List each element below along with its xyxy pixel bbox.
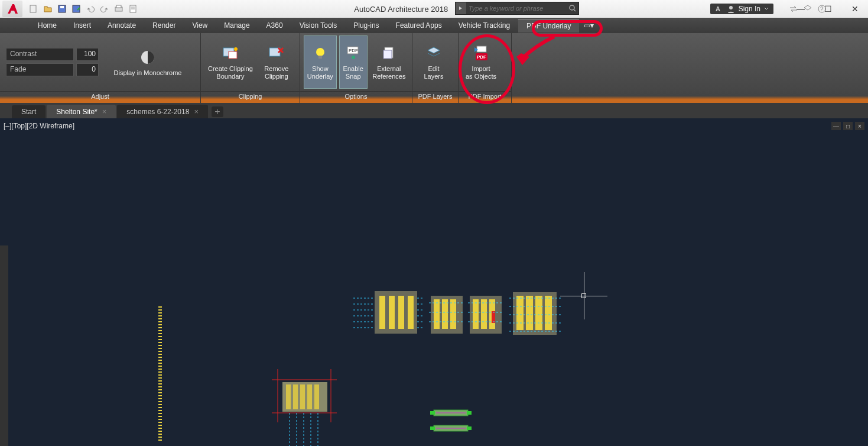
- svg-rect-73: [300, 384, 305, 409]
- new-tab-button[interactable]: +: [212, 106, 223, 117]
- new-icon[interactable]: [27, 2, 40, 15]
- create-clipping-button[interactable]: Create Clipping Boundary: [204, 35, 256, 89]
- svg-rect-83: [467, 411, 472, 415]
- svg-rect-26: [383, 50, 392, 59]
- remove-clipping-button[interactable]: Remove Clipping: [259, 35, 294, 89]
- svg-rect-52: [492, 311, 495, 323]
- contrast-value[interactable]: 100: [76, 48, 99, 61]
- svg-point-24: [352, 56, 355, 59]
- saveas-icon[interactable]: [70, 2, 83, 15]
- monochrome-icon: [138, 48, 157, 67]
- svg-rect-17: [229, 51, 237, 59]
- properties-icon[interactable]: [126, 2, 139, 15]
- panel-title-adjust: Adjust: [0, 91, 200, 103]
- ext-refs-label: External References: [372, 65, 405, 80]
- search-arrow-icon[interactable]: [456, 2, 466, 14]
- enable-snap-button[interactable]: PDF Enable Snap: [339, 35, 368, 89]
- app-logo[interactable]: [2, 1, 22, 17]
- fade-value[interactable]: 0: [76, 63, 99, 76]
- external-refs-button[interactable]: External References: [370, 35, 408, 89]
- paperclip-icon: [379, 44, 398, 63]
- save-icon[interactable]: [56, 2, 69, 15]
- search-icon[interactable]: [567, 4, 578, 12]
- close-button[interactable]: ✕: [847, 3, 863, 15]
- annotation-arrow-icon: [513, 33, 560, 69]
- drawing-object: [353, 291, 424, 338]
- svg-rect-50: [481, 299, 487, 329]
- file-tab-schemes[interactable]: schemes 6-22-2018×: [117, 105, 208, 118]
- drawing-viewport[interactable]: [–][Top][2D Wireframe] — □ ×: [0, 118, 868, 446]
- tab-featured-apps[interactable]: Featured Apps: [388, 19, 450, 32]
- svg-rect-49: [473, 299, 479, 329]
- svg-rect-60: [545, 296, 552, 330]
- file-tab-start[interactable]: Start: [12, 105, 45, 118]
- svg-rect-87: [467, 426, 472, 430]
- a360-icon: A: [715, 5, 723, 13]
- tab-view[interactable]: View: [184, 19, 216, 32]
- user-icon: [727, 5, 735, 13]
- tab-vehicle-tracking[interactable]: Vehicle Tracking: [450, 19, 518, 32]
- tool-palettes-bar[interactable]: [0, 245, 8, 446]
- ribbon-tabs: Home Insert Annotate Render View Manage …: [0, 18, 868, 33]
- search-input[interactable]: [466, 5, 567, 12]
- svg-point-20: [316, 48, 324, 56]
- annotation-circle: [459, 34, 515, 104]
- file-tab-shelton[interactable]: Shelton Site*×: [47, 105, 116, 118]
- edit-layers-label: Edit Layers: [424, 65, 443, 80]
- svg-rect-38: [389, 296, 395, 329]
- close-icon[interactable]: ×: [102, 107, 107, 116]
- svg-rect-86: [430, 426, 435, 430]
- tab-insert[interactable]: Insert: [65, 19, 99, 32]
- show-underlay-button[interactable]: Show Underlay: [304, 35, 337, 89]
- svg-rect-57: [516, 296, 524, 330]
- svg-rect-59: [535, 296, 542, 330]
- quick-access-toolbar: [25, 2, 142, 15]
- svg-point-12: [729, 6, 733, 9]
- show-underlay-label: Show Underlay: [307, 65, 333, 80]
- bulb-on-icon: [311, 44, 330, 63]
- vp-maximize[interactable]: □: [843, 122, 853, 130]
- account-area[interactable]: A Sign In: [710, 4, 773, 14]
- svg-point-9: [570, 5, 574, 10]
- tab-render[interactable]: Render: [144, 19, 184, 32]
- ribbon: Contrast 100 Fade 0 Display in Monochrom…: [0, 33, 868, 103]
- tab-vision-tools[interactable]: Vision Tools: [291, 19, 346, 32]
- undo-icon[interactable]: [84, 2, 97, 15]
- sign-in-label[interactable]: Sign In: [739, 5, 760, 13]
- tab-a360[interactable]: A360: [258, 19, 291, 32]
- tab-plugins[interactable]: Plug-ins: [345, 19, 387, 32]
- tab-manage[interactable]: Manage: [216, 19, 258, 32]
- viewport-label[interactable]: [–][Top][2D Wireframe]: [4, 122, 74, 130]
- close-icon[interactable]: ×: [194, 107, 199, 116]
- remove-clip-label: Remove Clipping: [264, 65, 288, 80]
- svg-rect-71: [286, 384, 291, 409]
- contrast-label: Contrast: [6, 48, 74, 61]
- drawing-object: [468, 293, 503, 336]
- redo-icon[interactable]: [98, 2, 111, 15]
- edit-layers-button[interactable]: Edit Layers: [416, 35, 451, 89]
- vp-minimize[interactable]: —: [831, 122, 841, 130]
- vp-close[interactable]: ×: [855, 122, 864, 130]
- svg-rect-42: [434, 299, 440, 329]
- panel-options: Show Underlay PDF Enable Snap External R…: [300, 33, 412, 103]
- maximize-button[interactable]: ☐: [820, 3, 836, 15]
- svg-rect-82: [430, 411, 435, 415]
- viewport-controls: — □ ×: [831, 122, 864, 130]
- open-icon[interactable]: [41, 2, 54, 15]
- remove-clip-icon: [267, 44, 286, 63]
- svg-rect-43: [442, 299, 448, 329]
- plot-icon[interactable]: [112, 2, 125, 15]
- title-bar: AutoCAD Architecture 2018 Shelton Site.d…: [0, 0, 868, 18]
- svg-rect-0: [30, 5, 36, 12]
- create-clip-icon: [221, 44, 240, 63]
- tab-annotate[interactable]: Annotate: [99, 19, 144, 32]
- display-monochrome-button[interactable]: Display in Monochrome: [103, 35, 192, 89]
- svg-point-18: [234, 47, 238, 51]
- minimize-button[interactable]: —: [792, 3, 809, 15]
- mono-label: Display in Monochrome: [114, 69, 182, 77]
- svg-rect-72: [293, 384, 298, 409]
- panel-clipping: Create Clipping Boundary Remove Clipping…: [201, 33, 300, 103]
- search-box[interactable]: [455, 2, 579, 15]
- autocad-logo-icon: [6, 2, 19, 15]
- tab-home[interactable]: Home: [30, 19, 65, 32]
